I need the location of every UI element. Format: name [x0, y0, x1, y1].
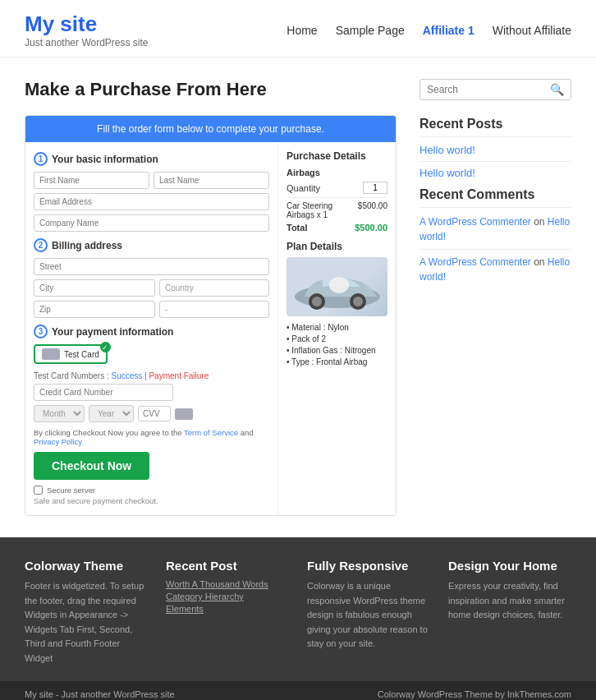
quantity-row: Quantity [287, 182, 387, 194]
section2-title: Billing address [52, 240, 122, 251]
cvv-input[interactable] [138, 406, 171, 421]
first-name-input[interactable] [34, 172, 149, 189]
footer-main: Colorway Theme Footer is widgetized. To … [0, 537, 596, 681]
order-card-body: 1 Your basic information [25, 142, 396, 515]
checkout-button[interactable]: Checkout Now [34, 452, 149, 480]
dash-select[interactable]: - [159, 301, 269, 318]
search-box: 🔍 [419, 79, 571, 100]
footer-col-3: Design Your Home Express your creativity… [448, 559, 571, 666]
order-form-left: 1 Your basic information [25, 142, 278, 515]
svg-point-6 [332, 279, 346, 291]
footer-bottom-left: My site - Just another WordPress site [25, 689, 175, 699]
total-label: Total [287, 223, 307, 233]
bullet-0: • Material : Nylon [287, 323, 387, 332]
dash-select-wrap: - [159, 301, 269, 318]
failure-link[interactable]: Payment Failure [149, 371, 209, 380]
svg-point-2 [312, 297, 322, 306]
comment-1: A WordPress Commenter on Hello world! [419, 255, 571, 284]
comment-author-0[interactable]: A WordPress Commenter [419, 216, 531, 228]
cc-row [34, 384, 269, 401]
city-input[interactable] [34, 279, 155, 297]
footer-col-2-text: Colorway is a unique responsive WordPres… [307, 579, 430, 652]
footer-col-1-title: Recent Post [166, 559, 289, 573]
success-link[interactable]: Success [111, 371, 142, 380]
recent-comments-title: Recent Comments [419, 187, 571, 208]
footer-bottom: My site - Just another WordPress site Co… [0, 681, 596, 700]
secure-row: Secure server [34, 486, 269, 495]
section1-title: Your basic information [52, 154, 158, 165]
footer-link-2[interactable]: Elements [166, 604, 289, 614]
total-value: $500.00 [355, 223, 387, 233]
item-price: $500.00 [358, 201, 387, 219]
month-select[interactable]: Month [34, 405, 85, 422]
terms-link[interactable]: Term of Service [184, 428, 238, 437]
section1-num: 1 [34, 152, 48, 166]
cc-input[interactable] [34, 384, 173, 401]
car-svg [288, 262, 387, 311]
privacy-link[interactable]: Privacy Policy [34, 437, 82, 446]
secure-checkbox[interactable] [34, 486, 43, 495]
main-nav: Home Sample Page Affiliate 1 Without Aff… [287, 24, 571, 37]
product-name: Airbags [287, 168, 387, 177]
site-branding: My site Just another WordPress site [25, 12, 149, 48]
recent-posts-title: Recent Posts [419, 117, 571, 137]
svg-point-4 [353, 297, 363, 306]
email-row [34, 193, 269, 210]
card-type-icon [175, 408, 193, 420]
posts-divider [419, 161, 571, 162]
footer-bottom-right: Colorway WordPress Theme by InkThemes.co… [378, 689, 571, 699]
test-numbers-label: Test Card Numbers : [34, 371, 109, 380]
terms-text: By clicking Checkout Now you agree to th… [34, 428, 269, 446]
nav-home[interactable]: Home [287, 24, 317, 37]
company-input[interactable] [34, 214, 269, 232]
footer-col-0-title: Colorway Theme [25, 559, 148, 573]
email-input[interactable] [34, 193, 269, 210]
bullet-3: • Type : Frontal Airbag [287, 357, 387, 366]
page-title: Make a Purchase From Here [25, 79, 397, 100]
section3-num: 3 [34, 325, 48, 338]
payment-card-btn[interactable]: Test Card ✓ [34, 344, 108, 364]
check-icon: ✓ [100, 342, 111, 352]
country-select[interactable]: Country [159, 279, 269, 297]
name-row [34, 172, 269, 189]
plan-title: Plan Details [287, 241, 387, 252]
comment-on-0: on [534, 216, 548, 228]
section2-label: 2 Billing address [34, 238, 269, 252]
comment-on-1: on [534, 256, 548, 268]
comment-author-1[interactable]: A WordPress Commenter [419, 256, 531, 268]
footer-link-0[interactable]: Worth A Thousand Words [166, 579, 289, 589]
quantity-label: Quantity [287, 183, 320, 193]
plan-bullets: • Material : Nylon • Pack of 2 • Inflati… [287, 323, 387, 366]
section2-num: 2 [34, 238, 48, 252]
search-input[interactable] [427, 84, 550, 95]
city-country-row: Country [34, 279, 269, 297]
footer-col-3-title: Design Your Home [448, 559, 571, 573]
footer-link-1[interactable]: Category Hierarchy [166, 592, 289, 601]
terms-and: and [241, 428, 254, 437]
section1-label: 1 Your basic information [34, 152, 269, 166]
footer-col-2: Fully Responsive Colorway is a unique re… [307, 559, 430, 666]
quantity-input[interactable] [363, 182, 387, 194]
payment-btn-label: Test Card [64, 350, 99, 359]
recent-post-0[interactable]: Hello world! [419, 144, 571, 156]
nav-without-affiliate[interactable]: Without Affiliate [493, 24, 571, 37]
street-input[interactable] [34, 258, 269, 275]
bullet-1: • Pack of 2 [287, 334, 387, 343]
total-row: Total $500.00 [287, 223, 387, 233]
site-title: My site [25, 12, 149, 37]
section3-title: Your payment information [52, 326, 173, 338]
zip-dash-row: - [34, 301, 269, 318]
header: My site Just another WordPress site Home… [0, 0, 596, 58]
recent-post-1[interactable]: Hello world! [419, 167, 571, 179]
comments-divider [419, 249, 571, 250]
item-label: Car Steering Airbags x 1 [287, 201, 358, 219]
nav-sample[interactable]: Sample Page [336, 24, 405, 37]
year-select[interactable]: Year [89, 405, 134, 422]
site-tagline: Just another WordPress site [25, 37, 149, 48]
last-name-input[interactable] [154, 172, 269, 189]
test-numbers: Test Card Numbers : Success | Payment Fa… [34, 371, 269, 380]
nav-affiliate1[interactable]: Affiliate 1 [423, 24, 475, 37]
footer-col-1: Recent Post Worth A Thousand Words Categ… [166, 559, 289, 666]
zip-input[interactable] [34, 301, 155, 318]
search-icon[interactable]: 🔍 [550, 83, 564, 96]
